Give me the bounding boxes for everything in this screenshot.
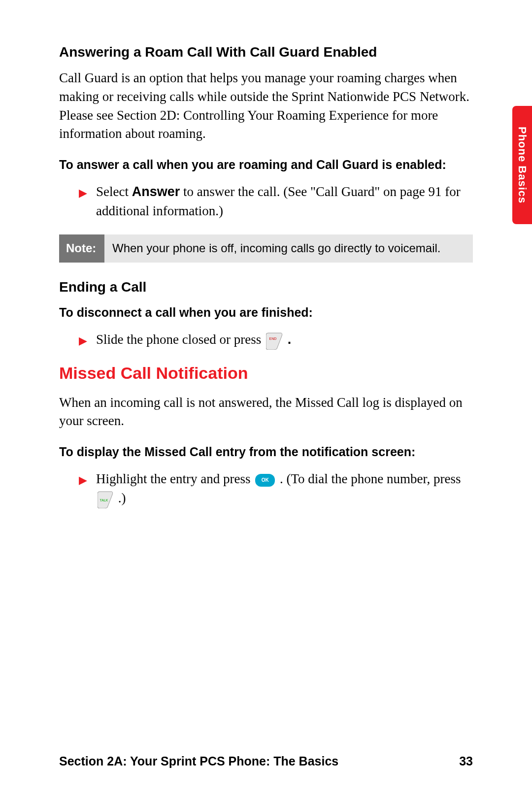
body-call-guard: Call Guard is an option that helps you m… <box>59 69 473 143</box>
ok-key-icon <box>255 474 275 487</box>
bullet-missed-entry: ▶ Highlight the entry and press . (To di… <box>59 469 473 508</box>
bullet-answer-text: Select Answer to answer the call. (See "… <box>96 182 473 221</box>
bullet-marker-icon: ▶ <box>79 333 87 349</box>
footer: Section 2A: Your Sprint PCS Phone: The B… <box>59 754 473 768</box>
bullet-answer-prefix: Select <box>96 184 132 199</box>
svg-text:END: END <box>269 337 277 340</box>
end-key-icon: END <box>266 332 283 350</box>
bullet-missed-c: .) <box>118 491 126 505</box>
footer-section-label: Section 2A: Your Sprint PCS Phone: The B… <box>59 754 338 768</box>
bullet-answer-bold: Answer <box>132 184 180 199</box>
talk-key-icon: TALK <box>98 491 113 508</box>
sidebar-tab-label: Phone Basics <box>516 127 529 203</box>
note-label: Note: <box>59 234 104 262</box>
bullet-end-text: Slide the phone closed or press END . <box>96 330 473 350</box>
heading-roam-call-guard: Answering a Roam Call With Call Guard En… <box>59 44 473 60</box>
bullet-missed-text: Highlight the entry and press . (To dial… <box>96 469 473 508</box>
bullet-missed-b: . (To dial the phone number, press <box>280 471 461 486</box>
note-box: Note: When your phone is off, incoming c… <box>59 234 473 262</box>
instruction-roam-answer: To answer a call when you are roaming an… <box>59 156 473 173</box>
bullet-end-call: ▶ Slide the phone closed or press END . <box>59 330 473 350</box>
bullet-marker-icon: ▶ <box>79 472 87 488</box>
bullet-end-before: Slide the phone closed or press <box>96 332 265 347</box>
instruction-disconnect: To disconnect a call when you are finish… <box>59 304 473 321</box>
body-missed-call: When an incoming call is not answered, t… <box>59 394 473 431</box>
bullet-end-after: . <box>288 332 292 347</box>
bullet-marker-icon: ▶ <box>79 185 87 201</box>
footer-page-number: 33 <box>459 754 473 768</box>
note-content: When your phone is off, incoming calls g… <box>104 234 473 262</box>
instruction-missed-display: To display the Missed Call entry from th… <box>59 443 473 461</box>
bullet-missed-a: Highlight the entry and press <box>96 471 254 486</box>
sidebar-tab: Phone Basics <box>512 106 532 224</box>
bullet-answer-call: ▶ Select Answer to answer the call. (See… <box>59 182 473 221</box>
heading-ending-call: Ending a Call <box>59 279 473 295</box>
heading-missed-call: Missed Call Notification <box>59 364 473 383</box>
svg-text:TALK: TALK <box>100 499 108 502</box>
